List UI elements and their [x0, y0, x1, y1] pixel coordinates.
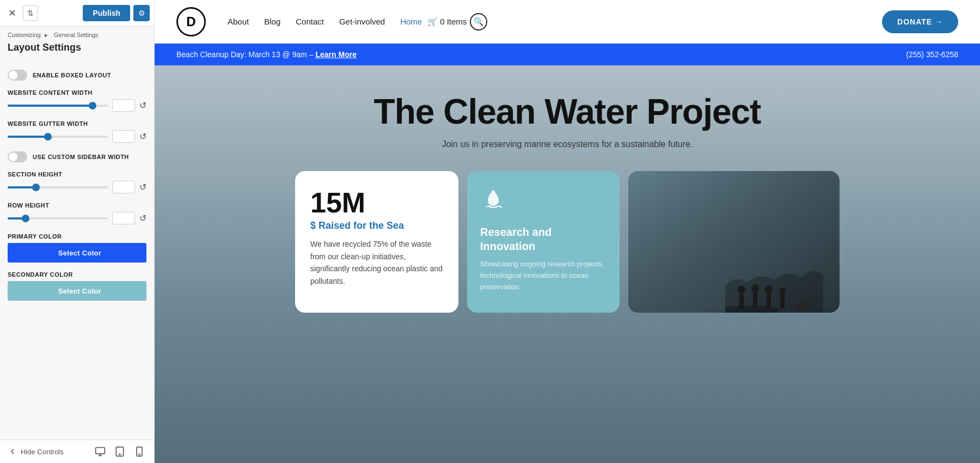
cart-count: 0 Items	[440, 17, 467, 26]
website-content-width-label: Website Content Width	[0, 85, 154, 98]
primary-color-label: Primary Color	[0, 229, 154, 242]
row-height-track[interactable]	[8, 217, 108, 220]
preview-area: D About Blog Contact Get-involved Home 🛒…	[155, 0, 980, 463]
card-stat-number: 15M	[310, 188, 443, 217]
publish-button[interactable]: Publish	[83, 5, 130, 21]
search-icon[interactable]: 🔍	[470, 13, 487, 31]
cards-row: 15M $ Raised for the Sea We have recycle…	[279, 171, 856, 313]
section-height-label: Section Height	[0, 167, 154, 180]
learn-more-link[interactable]: Learn More	[315, 50, 356, 59]
website-content-width-row: 1080 ↺	[0, 98, 154, 116]
research-card-text: Showcasing ongoing research projects, te…	[480, 259, 607, 293]
website-gutter-width-thumb[interactable]	[44, 133, 52, 141]
website-content-width-input[interactable]: 1080	[112, 99, 135, 112]
primary-color-row: Select Color	[0, 242, 154, 267]
secondary-color-swatch	[8, 281, 13, 301]
nav-link-contact[interactable]: Contact	[296, 17, 324, 26]
announcement-bar: Beach Cleanup Day: March 13 @ 9am – Lear…	[155, 44, 980, 65]
customizer-panel: ✕ ⇅ Publish ⚙ Customizing ▸ General Sett…	[0, 0, 155, 463]
row-height-row: 2 ↺	[0, 211, 154, 229]
mobile-icon[interactable]	[132, 444, 146, 459]
section-height-row: 4 ↺	[0, 180, 154, 198]
website-content-width-reset[interactable]: ↺	[139, 100, 146, 111]
history-arrows[interactable]: ⇅	[23, 5, 38, 21]
breadcrumb-separator: ▸	[45, 32, 48, 38]
panel-topbar: ✕ ⇅ Publish ⚙	[0, 0, 154, 26]
enable-boxed-layout-toggle[interactable]	[8, 70, 27, 81]
desktop-icon[interactable]	[93, 444, 107, 459]
card-stat-label: $ Raised for the Sea	[310, 220, 443, 232]
hero-subtitle: Join us in preserving marine ecosystems …	[442, 139, 693, 149]
stat-card: 15M $ Raised for the Sea We have recycle…	[295, 171, 458, 313]
research-card: Research and Innovation Showcasing ongoi…	[467, 171, 620, 313]
announcement-message: Beach Cleanup Day: March 13 @ 9am –	[176, 50, 314, 59]
site-nav: D About Blog Contact Get-involved Home 🛒…	[155, 0, 980, 44]
tablet-icon[interactable]	[113, 444, 127, 459]
hide-controls-button[interactable]: Hide Controls	[8, 447, 64, 456]
panel-bottom: Hide Controls	[0, 440, 154, 463]
secondary-color-select-button[interactable]: Select Color	[13, 281, 146, 301]
site-logo: D	[176, 7, 206, 36]
website-gutter-width-label: Website Gutter Width	[0, 116, 154, 129]
nav-link-about[interactable]: About	[228, 17, 249, 26]
secondary-color-label: Secondary Color	[0, 267, 154, 280]
research-card-title: Research and Innovation	[480, 225, 607, 253]
donate-button[interactable]: DONATE →	[882, 10, 958, 33]
nav-link-blog[interactable]: Blog	[264, 17, 280, 26]
website-gutter-width-input[interactable]: 3	[112, 130, 135, 143]
announcement-text: Beach Cleanup Day: March 13 @ 9am – Lear…	[176, 50, 357, 59]
use-custom-sidebar-row: Use Custom Sidebar Width	[0, 147, 154, 167]
section-height-track[interactable]	[8, 186, 108, 188]
section-height-thumb[interactable]	[32, 184, 40, 191]
row-height-thumb[interactable]	[22, 215, 29, 222]
row-height-input[interactable]: 2	[112, 212, 135, 224]
panel-title: Layout Settings	[0, 41, 154, 60]
website-gutter-width-reset[interactable]: ↺	[139, 131, 146, 142]
website-content-width-track[interactable]	[8, 105, 108, 107]
close-icon[interactable]: ✕	[4, 5, 20, 21]
website-gutter-width-track[interactable]	[8, 136, 108, 138]
breadcrumb-parent[interactable]: Customizing	[8, 32, 41, 38]
section-height-reset[interactable]: ↺	[139, 182, 146, 192]
nav-cart[interactable]: 🛒 0 Items	[427, 17, 467, 27]
row-height-label: Row Height	[0, 198, 154, 211]
primary-color-select-button[interactable]: Select Color	[13, 243, 146, 263]
nav-link-get-involved[interactable]: Get-involved	[339, 17, 385, 26]
gear-button[interactable]: ⚙	[133, 5, 150, 21]
cart-icon: 🛒	[427, 17, 438, 27]
use-custom-sidebar-label: Use Custom Sidebar Width	[33, 154, 129, 160]
announcement-phone: (255) 352-6258	[906, 50, 958, 59]
hero-title: The Clean Water Project	[374, 93, 761, 131]
enable-boxed-layout-row: Enable Boxed Layout	[0, 65, 154, 85]
secondary-color-row: Select Color	[0, 280, 154, 305]
website-gutter-width-fill	[8, 136, 48, 138]
section-height-input[interactable]: 4	[112, 181, 135, 193]
website-gutter-width-row: 3 ↺	[0, 129, 154, 147]
device-icons	[93, 444, 146, 459]
enable-boxed-layout-label: Enable Boxed Layout	[33, 72, 111, 78]
breadcrumb: Customizing ▸ General Settings	[0, 26, 154, 41]
photo-card	[628, 171, 840, 313]
nav-link-home[interactable]: Home	[400, 17, 422, 26]
water-drop-icon	[480, 186, 607, 217]
arrow-left-icon	[8, 447, 17, 456]
breadcrumb-current: General Settings	[54, 32, 99, 38]
use-custom-sidebar-toggle[interactable]	[8, 151, 27, 162]
card-stat-text: We have recycled 75% of the waste from o…	[310, 238, 443, 287]
silhouette-svg	[725, 258, 823, 313]
svg-point-6	[139, 454, 140, 455]
primary-color-swatch	[8, 243, 13, 263]
website-content-width-fill	[8, 105, 93, 107]
nav-links: About Blog Contact Get-involved Home	[228, 17, 422, 27]
panel-controls: Enable Boxed Layout Website Content Widt…	[0, 60, 154, 440]
website-content-width-thumb[interactable]	[89, 102, 96, 109]
logo-letter: D	[186, 14, 195, 29]
svg-point-4	[119, 454, 120, 455]
hero-section: The Clean Water Project Join us in prese…	[155, 65, 980, 463]
svg-rect-0	[96, 448, 105, 454]
row-height-reset[interactable]: ↺	[139, 213, 146, 223]
hide-controls-label: Hide Controls	[21, 448, 64, 456]
